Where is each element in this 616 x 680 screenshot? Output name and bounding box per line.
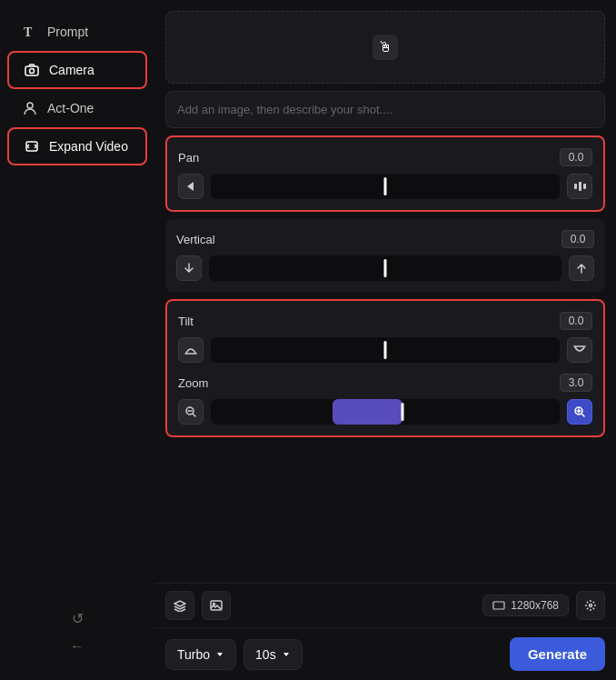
- sidebar-item-prompt[interactable]: T Prompt: [7, 15, 147, 49]
- vertical-up-button[interactable]: [569, 255, 594, 281]
- svg-point-14: [590, 605, 592, 607]
- svg-text:T: T: [24, 25, 33, 39]
- pan-slider-row: [178, 174, 592, 199]
- zoom-out-button[interactable]: [178, 399, 204, 425]
- vertical-slider-thumb: [384, 259, 387, 277]
- layers-button[interactable]: [165, 591, 194, 620]
- image-drop-area[interactable]: 🖱: [165, 11, 605, 84]
- svg-marker-5: [187, 182, 194, 191]
- zoom-slider-track[interactable]: [211, 399, 560, 425]
- tilt-label: Tilt: [178, 315, 194, 328]
- resolution-text: 1280x768: [511, 599, 559, 612]
- svg-rect-13: [493, 602, 504, 609]
- mouse-icon: 🖱: [373, 35, 398, 60]
- sidebar-item-camera[interactable]: Camera: [7, 51, 147, 89]
- tilt-slider-track[interactable]: [211, 337, 560, 363]
- main-panel: 🖱 Add an image, then describe your shot.…: [154, 0, 616, 680]
- sidebar-item-label: Act-One: [47, 101, 94, 115]
- undo-button[interactable]: ↺: [7, 606, 147, 631]
- pan-slider-track[interactable]: [211, 174, 560, 199]
- person-icon: [22, 100, 38, 116]
- sidebar-item-expand-video[interactable]: Expand Video: [7, 127, 147, 165]
- bottom-toolbar: 1280x768: [154, 583, 616, 627]
- duration-label: 10s: [255, 647, 276, 662]
- pan-left-button[interactable]: [178, 174, 204, 199]
- sidebar: T Prompt Camera Act-One: [0, 0, 154, 680]
- sidebar-item-label: Camera: [49, 63, 94, 77]
- model-label: Turbo: [177, 647, 210, 662]
- vertical-slider-row: [176, 255, 594, 281]
- zoom-slider-fill: [333, 399, 402, 425]
- zoom-slider-thumb: [402, 403, 404, 421]
- zoom-in-button[interactable]: [567, 399, 592, 425]
- vertical-header-row: Vertical 0.0: [176, 230, 594, 248]
- sidebar-item-label: Expand Video: [49, 139, 128, 154]
- text-icon: T: [22, 24, 38, 40]
- pan-label: Pan: [178, 151, 199, 165]
- placeholder-text: Add an image, then describe your shot...…: [177, 103, 392, 116]
- generate-bar: Turbo 10s Generate: [154, 627, 616, 680]
- zoom-slider-row: [178, 399, 592, 425]
- zoom-label: Zoom: [178, 376, 208, 390]
- zoom-value: 3.0: [560, 374, 592, 392]
- pan-control-group: Pan 0.0: [165, 135, 605, 212]
- svg-rect-7: [579, 182, 581, 191]
- tilt-left-button[interactable]: [178, 337, 204, 363]
- vertical-value: 0.0: [561, 230, 594, 248]
- image-button[interactable]: [202, 591, 231, 620]
- settings-button[interactable]: [576, 591, 605, 620]
- svg-point-3: [27, 103, 33, 108]
- sidebar-item-label: Prompt: [47, 25, 88, 39]
- vertical-down-button[interactable]: [176, 255, 202, 281]
- pan-header-row: Pan 0.0: [178, 148, 592, 166]
- tilt-slider-thumb: [384, 341, 387, 359]
- camera-controls: Pan 0.0: [154, 135, 616, 583]
- svg-rect-1: [25, 66, 38, 75]
- zoom-header-row: Zoom 3.0: [178, 374, 592, 392]
- tilt-header-row: Tilt 0.0: [178, 312, 592, 330]
- resolution-badge[interactable]: 1280x768: [482, 595, 569, 616]
- vertical-slider-track[interactable]: [209, 255, 561, 281]
- pan-right-button[interactable]: [567, 174, 592, 199]
- generate-button[interactable]: Generate: [510, 637, 605, 671]
- tilt-slider-row: [178, 337, 592, 363]
- model-dropdown[interactable]: Turbo: [165, 639, 236, 670]
- sidebar-item-act-one[interactable]: Act-One: [7, 91, 147, 125]
- tilt-zoom-control-group: Tilt 0.0: [165, 299, 605, 437]
- duration-dropdown[interactable]: 10s: [243, 639, 303, 670]
- expand-icon: [24, 138, 40, 155]
- back-button[interactable]: ←: [7, 635, 147, 658]
- shot-description-input[interactable]: Add an image, then describe your shot...…: [165, 91, 605, 128]
- camera-icon: [24, 62, 40, 78]
- tilt-right-button[interactable]: [567, 337, 592, 363]
- svg-rect-8: [583, 184, 586, 189]
- pan-slider-thumb: [384, 177, 387, 195]
- tilt-value: 0.0: [560, 312, 592, 330]
- pan-value: 0.0: [560, 148, 592, 166]
- vertical-label: Vertical: [176, 233, 215, 246]
- svg-rect-6: [574, 184, 577, 189]
- svg-point-2: [30, 69, 35, 74]
- vertical-control-group: Vertical 0.0: [165, 219, 605, 292]
